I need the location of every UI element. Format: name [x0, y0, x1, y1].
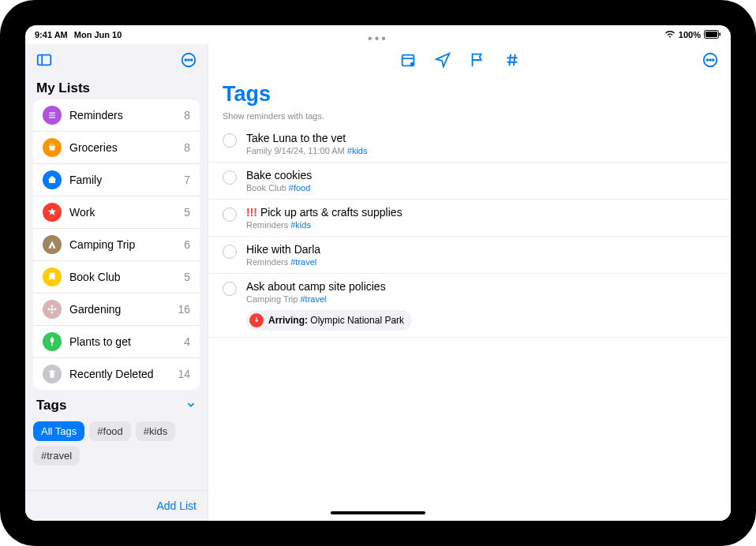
list-icon: [43, 300, 62, 319]
complete-toggle[interactable]: [223, 170, 237, 185]
chevron-down-icon[interactable]: [185, 399, 196, 413]
list-icon: [43, 106, 62, 125]
reminder-meta: Reminders #travel: [246, 257, 717, 267]
reminder-title: Bake cookies: [246, 169, 717, 181]
sidebar-list-item[interactable]: Work 5: [33, 196, 200, 229]
tag-chip[interactable]: #kids: [136, 421, 175, 441]
list-count: 4: [184, 335, 190, 348]
svg-point-6: [185, 59, 186, 61]
reminder-row[interactable]: Take Luna to the vet Family 9/14/24, 11:…: [208, 125, 731, 163]
list-label: Work: [69, 206, 176, 219]
sidebar-list-item[interactable]: Camping Trip 6: [33, 229, 200, 261]
sidebar-list-item[interactable]: Family 7: [33, 164, 200, 196]
svg-point-16: [54, 309, 57, 311]
complete-toggle[interactable]: [223, 282, 237, 296]
reminders-list: Take Luna to the vet Family 9/14/24, 11:…: [208, 125, 731, 338]
svg-point-8: [191, 59, 193, 61]
svg-point-13: [51, 305, 54, 307]
sidebar-toggle-button[interactable]: [35, 50, 54, 69]
reminder-meta: Book Club #food: [246, 183, 717, 193]
status-date: Mon Jun 10: [74, 30, 122, 39]
list-label: Recently Deleted: [69, 368, 170, 380]
home-indicator[interactable]: [331, 511, 425, 514]
calendar-icon[interactable]: [399, 50, 417, 69]
sidebar-list-item[interactable]: Groceries 8: [33, 132, 200, 164]
complete-toggle[interactable]: [223, 208, 237, 222]
battery-percent: 100%: [679, 30, 701, 39]
svg-point-12: [51, 308, 54, 311]
tag-chip[interactable]: All Tags: [33, 421, 84, 441]
list-icon: [43, 203, 62, 222]
more-button[interactable]: [179, 50, 198, 69]
reminder-title: Take Luna to the vet: [246, 132, 717, 144]
list-count: 16: [178, 303, 190, 316]
list-count: 6: [184, 238, 190, 251]
reminder-title: Ask about camp site policies: [246, 280, 717, 293]
page-subtitle: Show reminders with tags.: [208, 108, 731, 125]
hashtag-icon[interactable]: [503, 50, 522, 69]
sidebar-list-item[interactable]: Recently Deleted 14: [33, 358, 200, 390]
tag-chip[interactable]: #food: [89, 421, 131, 441]
sidebar-list-item[interactable]: Gardening 16: [33, 294, 200, 326]
lists-group: Reminders 8 Groceries 8 Family 7 Work 5 …: [33, 99, 200, 390]
list-label: Camping Trip: [69, 238, 176, 251]
page-title: Tags: [208, 76, 731, 108]
list-count: 8: [184, 109, 190, 122]
svg-rect-1: [705, 32, 717, 37]
svg-line-23: [514, 54, 515, 66]
list-icon: [43, 138, 62, 157]
list-label: Gardening: [69, 303, 170, 316]
reminder-row[interactable]: !!! Pick up arts & crafts supplies Remin…: [208, 200, 731, 237]
tag-chip[interactable]: #travel: [33, 446, 80, 466]
my-lists-title: My Lists: [25, 76, 208, 99]
svg-point-26: [709, 59, 711, 61]
wifi-icon: [664, 30, 676, 39]
reminder-title: !!! Pick up arts & crafts supplies: [246, 206, 717, 219]
sidebar-list-item[interactable]: Plants to get 4: [33, 326, 200, 358]
content-pane: Tags Show reminders with tags. Take Luna…: [208, 44, 731, 521]
reminder-row[interactable]: Ask about camp site policies Camping Tri…: [208, 274, 731, 338]
flag-icon[interactable]: [468, 50, 487, 69]
reminder-title: Hike with Darla: [246, 243, 717, 256]
svg-rect-2: [720, 32, 721, 36]
sidebar: My Lists Reminders 8 Groceries 8 Family …: [25, 44, 208, 521]
svg-point-27: [713, 59, 714, 61]
svg-line-22: [509, 54, 511, 66]
svg-point-15: [47, 309, 50, 311]
tags-chips: All Tags#food#kids#travel: [25, 417, 208, 470]
sidebar-list-item[interactable]: Reminders 8: [33, 99, 200, 132]
svg-point-14: [51, 312, 54, 314]
location-label: Arriving: Olympic National Park: [268, 315, 404, 326]
list-label: Family: [69, 174, 176, 186]
battery-icon: [704, 30, 721, 40]
list-icon: [43, 170, 62, 189]
list-count: 8: [184, 141, 190, 154]
multitask-dots-icon[interactable]: •••: [368, 32, 388, 46]
list-icon: [43, 235, 62, 254]
list-count: 5: [184, 206, 190, 219]
list-label: Book Club: [69, 271, 176, 283]
svg-rect-9: [49, 113, 55, 114]
list-count: 7: [184, 174, 190, 186]
svg-point-25: [706, 59, 708, 61]
svg-rect-10: [49, 114, 55, 115]
list-count: 5: [184, 271, 190, 283]
list-icon: [43, 332, 62, 351]
reminder-row[interactable]: Bake cookies Book Club #food: [208, 163, 731, 200]
reminder-meta: Family 9/14/24, 11:00 AM #kids: [246, 146, 717, 155]
reminder-meta: Camping Trip #travel: [246, 294, 717, 304]
complete-toggle[interactable]: [223, 245, 237, 259]
svg-rect-11: [49, 117, 55, 118]
complete-toggle[interactable]: [223, 133, 237, 148]
add-list-button[interactable]: Add List: [156, 499, 196, 512]
svg-rect-3: [38, 55, 51, 65]
location-icon[interactable]: [433, 50, 452, 69]
sidebar-list-item[interactable]: Book Club 5: [33, 261, 200, 294]
reminder-row[interactable]: Hike with Darla Reminders #travel: [208, 237, 731, 274]
tags-section-title: Tags: [36, 398, 66, 413]
location-pill[interactable]: Arriving: Olympic National Park: [246, 310, 412, 331]
list-label: Reminders: [69, 109, 176, 122]
list-icon: [43, 267, 62, 286]
content-more-button[interactable]: [701, 50, 720, 69]
svg-point-7: [188, 59, 189, 61]
